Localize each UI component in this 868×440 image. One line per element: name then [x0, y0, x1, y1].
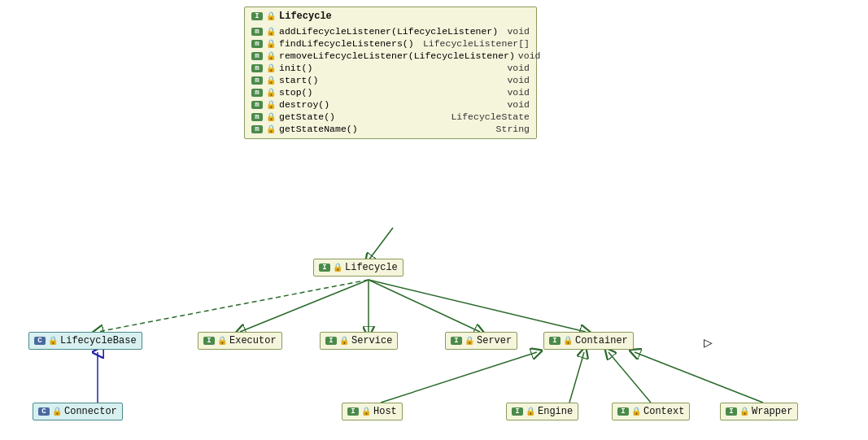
- iface-badge-ctx: I: [617, 407, 629, 416]
- service-label: Service: [351, 335, 392, 346]
- method-lock-7: 🔒: [266, 112, 276, 122]
- method-name-4: start(): [279, 75, 504, 85]
- method-row-3: m🔒init()void: [251, 62, 530, 74]
- wrapper-label: Wrapper: [752, 406, 792, 417]
- method-lock-8: 🔒: [266, 124, 276, 134]
- lock-icon-conn: 🔒: [52, 407, 62, 416]
- service-node: I 🔒 Service: [320, 332, 398, 350]
- iface-badge-wrap: I: [726, 407, 737, 416]
- method-return-7: LifecycleState: [451, 111, 530, 122]
- iface-badge-srv: I: [451, 337, 462, 345]
- method-return-6: void: [507, 99, 530, 110]
- method-return-5: void: [507, 87, 530, 98]
- context-node: I 🔒 Context: [612, 403, 690, 420]
- method-badge-6: m: [251, 101, 263, 109]
- method-badge-3: m: [251, 64, 263, 72]
- engine-label: Engine: [538, 406, 573, 417]
- interface-badge: I: [251, 12, 263, 20]
- lifecyclebase-label: LifecycleBase: [60, 335, 137, 346]
- method-badge-1: m: [251, 40, 263, 48]
- lifecycle-label: Lifecycle: [345, 262, 398, 273]
- lock-icon-ctx: 🔒: [631, 407, 641, 416]
- method-badge-2: m: [251, 52, 263, 60]
- method-lock-1: 🔒: [266, 39, 276, 49]
- context-label: Context: [643, 406, 684, 417]
- server-label: Server: [477, 335, 512, 346]
- method-row-1: m🔒findLifecycleListeners()LifecycleListe…: [251, 37, 530, 50]
- lock-icon-lb: 🔒: [48, 336, 58, 346]
- container-label: Container: [575, 335, 628, 346]
- lock-icon-cnt: 🔒: [563, 336, 573, 346]
- lifecyclebase-node: C 🔒 LifecycleBase: [28, 332, 142, 350]
- lifecycle-to-server: [369, 280, 480, 332]
- method-name-8: getStateName(): [279, 124, 493, 134]
- method-return-4: void: [507, 75, 530, 85]
- method-name-3: init(): [279, 63, 504, 73]
- method-return-8: String: [496, 124, 530, 134]
- method-row-8: m🔒getStateName()String: [251, 123, 530, 135]
- connector-label: Connector: [64, 406, 117, 417]
- method-row-4: m🔒start()void: [251, 74, 530, 86]
- lock-icon-srv: 🔒: [465, 336, 474, 346]
- method-row-5: m🔒stop()void: [251, 86, 530, 98]
- lock-icon-host: 🔒: [361, 407, 371, 416]
- lifecycle-to-executor: [240, 280, 369, 332]
- method-name-1: findLifecycleListeners(): [279, 38, 420, 49]
- lifecycle-to-container: [369, 280, 586, 332]
- method-badge-5: m: [251, 89, 263, 97]
- method-row-2: m🔒removeLifecycleListener(LifecycleListe…: [251, 50, 530, 62]
- method-return-0: void: [507, 26, 530, 37]
- iface-badge-eng: I: [512, 407, 523, 416]
- lock-icon-2: 🔒: [333, 263, 342, 272]
- executor-node: I 🔒 Executor: [198, 332, 282, 350]
- lock-icon-ex: 🔒: [217, 336, 227, 346]
- lifecycle-detail-box: I 🔒 Lifecycle m🔒addLifecycleListener(Lif…: [244, 7, 537, 139]
- method-badge-7: m: [251, 113, 263, 121]
- method-row-7: m🔒getState()LifecycleState: [251, 111, 530, 123]
- method-name-7: getState(): [279, 111, 447, 122]
- host-label: Host: [373, 406, 397, 417]
- detail-box-title: Lifecycle: [279, 11, 332, 22]
- executor-label: Executor: [229, 335, 277, 346]
- iface-badge-host: I: [347, 407, 359, 416]
- lifecycle-to-lifecyclebase: [98, 280, 369, 332]
- host-node: I 🔒 Host: [342, 403, 403, 420]
- lifecycle-iface-node: I 🔒 Lifecycle: [313, 259, 403, 277]
- method-lock-0: 🔒: [266, 27, 276, 37]
- connector-node: C 🔒 Connector: [33, 403, 123, 420]
- method-badge-8: m: [251, 125, 263, 133]
- method-lock-3: 🔒: [266, 63, 276, 73]
- method-row-0: m🔒addLifecycleListener(LifecycleListener…: [251, 25, 530, 37]
- method-name-0: addLifecycleListener(LifecycleListener): [279, 26, 504, 37]
- method-row-6: m🔒destroy()void: [251, 98, 530, 111]
- method-name-6: destroy(): [279, 99, 504, 110]
- method-return-1: LifecycleListener[]: [423, 38, 530, 49]
- method-lock-2: 🔒: [266, 51, 276, 61]
- lock-icon-wrap: 🔒: [739, 407, 749, 416]
- lock-icon: 🔒: [266, 11, 276, 21]
- wrapper-node: I 🔒 Wrapper: [720, 403, 798, 420]
- server-node: I 🔒 Server: [445, 332, 517, 350]
- engine-node: I 🔒 Engine: [506, 403, 578, 420]
- method-lock-5: 🔒: [266, 88, 276, 98]
- engine-to-container: [569, 352, 584, 403]
- container-node: I 🔒 Container: [543, 332, 634, 350]
- method-return-2: void: [518, 50, 541, 61]
- method-lock-4: 🔒: [266, 76, 276, 85]
- detail-to-lifecycle-arrow: [369, 228, 393, 260]
- method-badge-4: m: [251, 76, 263, 85]
- method-badge-0: m: [251, 28, 263, 36]
- class-badge-conn: C: [38, 407, 50, 416]
- mouse-cursor: ▷: [704, 333, 713, 351]
- method-lock-6: 🔒: [266, 100, 276, 110]
- class-badge-lb: C: [34, 337, 46, 345]
- iface-badge-ex: I: [203, 337, 215, 345]
- iface-badge: I: [319, 264, 330, 272]
- wrapper-to-container: [635, 352, 763, 403]
- method-name-2: removeLifecycleListener(LifecycleListene…: [279, 50, 515, 61]
- detail-box-title-row: I 🔒 Lifecycle: [251, 11, 530, 22]
- method-name-5: stop(): [279, 87, 504, 98]
- context-to-container: [608, 352, 651, 403]
- method-list: m🔒addLifecycleListener(LifecycleListener…: [251, 25, 530, 135]
- lock-icon-eng: 🔒: [526, 407, 535, 416]
